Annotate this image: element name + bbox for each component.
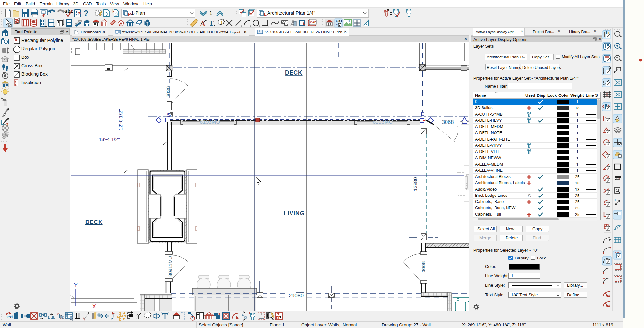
svg-text:1-Plan: 1-Plan bbox=[131, 10, 145, 16]
svg-text:6193MU: 6193MU bbox=[373, 119, 393, 125]
svg-text:T: T bbox=[614, 198, 616, 201]
svg-text:next: next bbox=[6, 315, 13, 319]
svg-text:3030: 3030 bbox=[165, 86, 171, 97]
svg-text:EXT: EXT bbox=[336, 19, 343, 23]
svg-text:1: 1 bbox=[209, 10, 212, 16]
svg-text:T: T bbox=[209, 19, 214, 27]
svg-text:CAD: CAD bbox=[310, 21, 316, 24]
svg-text:6193MU: 6193MU bbox=[200, 119, 220, 125]
svg-text:P: P bbox=[78, 11, 81, 16]
svg-text:33: 33 bbox=[618, 177, 621, 180]
svg-text:EF: EF bbox=[276, 316, 280, 320]
svg-text:13'-4 1/2": 13'-4 1/2" bbox=[99, 136, 120, 142]
svg-text:DECK: DECK bbox=[285, 69, 303, 76]
svg-text:A: A bbox=[200, 19, 205, 28]
svg-text:DECK: DECK bbox=[85, 219, 103, 225]
svg-text:Y: Y bbox=[74, 283, 78, 288]
svg-text:L: L bbox=[264, 12, 267, 17]
svg-text:P: P bbox=[128, 12, 131, 17]
svg-text:30911MU: 30911MU bbox=[167, 256, 173, 277]
svg-text:29080: 29080 bbox=[289, 293, 304, 298]
svg-text:X: X bbox=[92, 304, 96, 309]
svg-text:Architectural Plan 1/4": Architectural Plan 1/4" bbox=[267, 10, 315, 16]
svg-text:?: ? bbox=[83, 8, 89, 18]
svg-text:13880: 13880 bbox=[412, 177, 418, 191]
svg-text:3068: 3068 bbox=[421, 261, 426, 272]
svg-text:LIVING: LIVING bbox=[284, 210, 304, 217]
svg-text:3068: 3068 bbox=[442, 119, 454, 125]
svg-text:12'-0 1/2": 12'-0 1/2" bbox=[118, 109, 123, 130]
